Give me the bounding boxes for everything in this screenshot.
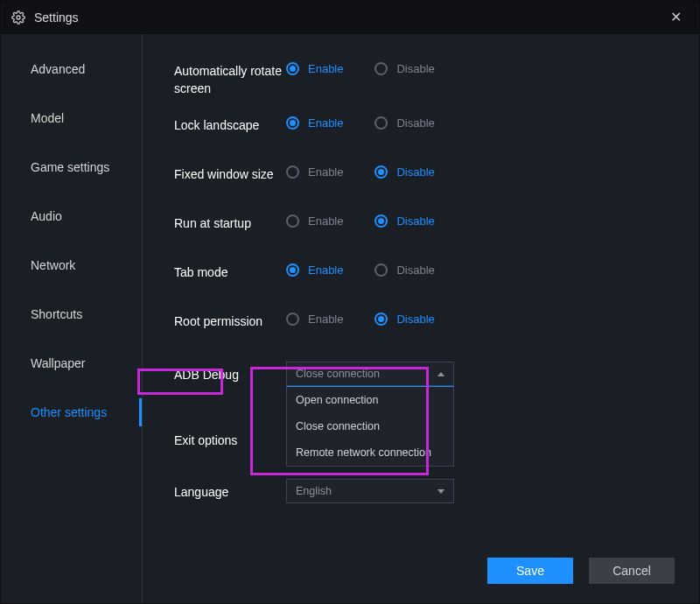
radio-fixed-disable[interactable]: Disable: [374, 165, 434, 179]
close-icon[interactable]: ✕: [663, 5, 689, 29]
radio-root-disable[interactable]: Disable: [374, 313, 434, 326]
radio-label: Disable: [396, 313, 434, 326]
radio-label: Disable: [396, 263, 434, 277]
radio-icon: [374, 116, 388, 130]
row-tab-mode: Tab mode Enable Disable: [174, 262, 699, 293]
radio-lock-disable[interactable]: Disable: [374, 116, 434, 130]
radio-label: Enable: [308, 214, 343, 228]
label-exit-options: Exit options: [174, 430, 286, 449]
sidebar-item-model[interactable]: Model: [1, 99, 142, 137]
label-rotate: Automatically rotate screen: [174, 60, 286, 97]
label-lock-landscape: Lock landscape: [174, 115, 286, 134]
radio-rotate-enable[interactable]: Enable: [286, 62, 343, 75]
radio-icon: [286, 313, 299, 326]
radio-startup-enable[interactable]: Enable: [286, 214, 343, 228]
radio-icon: [286, 263, 299, 277]
radio-icon: [374, 263, 388, 277]
radio-icon: [374, 313, 388, 326]
dropdown-option-remote[interactable]: Remote network connection: [287, 439, 453, 466]
window-title: Settings: [34, 11, 663, 25]
settings-panel: Automatically rotate screen Enable Disab…: [143, 34, 699, 603]
chevron-up-icon: [438, 372, 444, 376]
row-rotate: Automatically rotate screen Enable Disab…: [174, 60, 699, 97]
radio-label: Enable: [308, 263, 343, 277]
radio-icon: [286, 116, 299, 130]
gear-icon: [11, 11, 25, 25]
radio-rotate-disable[interactable]: Disable: [374, 62, 434, 75]
cancel-button[interactable]: Cancel: [589, 558, 675, 584]
svg-point-0: [17, 16, 20, 19]
chevron-down-icon: [438, 489, 444, 494]
row-fixed-window: Fixed window size Enable Disable: [174, 164, 699, 195]
row-adb-debug: ADB Debug Close connection Open connecti…: [174, 362, 699, 393]
radio-root-enable[interactable]: Enable: [286, 313, 343, 326]
row-startup: Run at startup Enable Disable: [174, 213, 699, 244]
label-root: Root permission: [174, 311, 286, 330]
sidebar-item-game-settings[interactable]: Game settings: [1, 148, 142, 186]
row-lock-landscape: Lock landscape Enable Disable: [174, 115, 699, 146]
sidebar-item-shortcuts[interactable]: Shortcuts: [1, 295, 142, 334]
footer: Save Cancel: [487, 558, 675, 584]
save-button[interactable]: Save: [487, 558, 573, 584]
radio-icon: [374, 62, 388, 75]
label-language: Language: [174, 479, 286, 501]
radio-label: Disable: [396, 116, 434, 130]
radio-label: Enable: [308, 62, 343, 75]
radio-label: Disable: [396, 165, 434, 179]
titlebar: Settings ✕: [1, 1, 699, 34]
dropdown-adb-debug[interactable]: Close connection: [286, 362, 454, 386]
settings-window: Settings ✕ Advanced Model Game settings …: [0, 0, 700, 604]
sidebar-item-other-settings[interactable]: Other settings: [1, 393, 142, 432]
sidebar-item-network[interactable]: Network: [1, 246, 142, 284]
radio-icon: [374, 214, 388, 228]
dropdown-value: English: [296, 485, 332, 497]
radio-label: Enable: [308, 165, 343, 179]
radio-label: Enable: [308, 313, 343, 326]
radio-label: Disable: [396, 214, 434, 228]
label-tab-mode: Tab mode: [174, 262, 286, 281]
radio-icon: [286, 62, 299, 75]
sidebar-item-audio[interactable]: Audio: [1, 197, 142, 235]
dropdown-option-open[interactable]: Open connection: [287, 387, 453, 413]
sidebar-item-advanced[interactable]: Advanced: [1, 50, 142, 88]
dropdown-adb-options: Open connection Close connection Remote …: [286, 386, 454, 467]
sidebar-item-wallpaper[interactable]: Wallpaper: [1, 344, 142, 383]
row-root: Root permission Enable Disable: [174, 311, 699, 342]
radio-tab-disable[interactable]: Disable: [374, 263, 434, 277]
radio-icon: [286, 214, 299, 228]
radio-label: Disable: [396, 62, 434, 75]
radio-label: Enable: [308, 116, 343, 130]
radio-tab-enable[interactable]: Enable: [286, 263, 343, 277]
radio-icon: [286, 165, 299, 179]
sidebar: Advanced Model Game settings Audio Netwo…: [1, 34, 143, 603]
radio-fixed-enable[interactable]: Enable: [286, 165, 343, 179]
radio-icon: [374, 165, 388, 179]
label-startup: Run at startup: [174, 213, 286, 232]
dropdown-option-close[interactable]: Close connection: [287, 413, 453, 439]
label-fixed-window: Fixed window size: [174, 164, 286, 183]
dropdown-value: Close connection: [296, 368, 380, 380]
radio-startup-disable[interactable]: Disable: [374, 214, 434, 228]
row-language: Language English: [174, 479, 699, 510]
radio-lock-enable[interactable]: Enable: [286, 116, 343, 130]
dropdown-language[interactable]: English: [286, 479, 454, 503]
label-adb-debug: ADB Debug: [174, 362, 286, 383]
